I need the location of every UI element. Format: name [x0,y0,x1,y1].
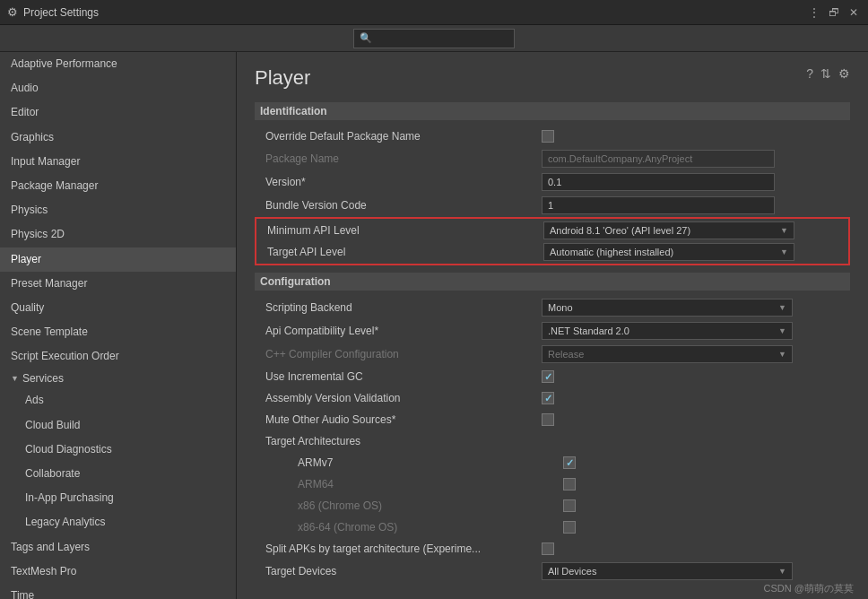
assembly-validation-checkbox[interactable]: ✓ [542,392,554,404]
row-x86-64: x86-64 (Chrome OS) [255,517,850,538]
row-bundle-version: Bundle Version Code [255,194,850,217]
target-devices-dropdown[interactable]: All Devices ▼ [542,562,793,580]
incremental-gc-checkbox[interactable]: ✓ [542,370,554,383]
mute-audio-label: Mute Other Audio Sources* [255,413,542,426]
incremental-gc-value: ✓ [542,370,850,383]
target-api-dropdown[interactable]: Automatic (highest installed) ▼ [543,243,794,261]
restore-btn[interactable]: 🗗 [827,5,841,20]
search-input[interactable] [376,30,508,47]
x86-label: x86 (Chrome OS) [276,499,563,512]
armv7-label: ARMv7 [276,456,563,469]
main-container: Adaptive Performance Audio Editor Graphi… [0,52,868,599]
api-compat-text: .NET Standard 2.0 [548,326,629,336]
sidebar-item-collaborate[interactable]: Collaborate [0,462,236,486]
split-apks-label: Split APKs by target architecture (Exper… [255,543,542,555]
sidebar-item-editor[interactable]: Editor [0,100,236,125]
row-override-package: Override Default Package Name [255,126,850,147]
row-assembly-validation: Assembly Version Validation ✓ [255,387,850,409]
assembly-validation-label: Assembly Version Validation [255,392,542,404]
x86-64-label: x86-64 (Chrome OS) [276,521,563,534]
assembly-validation-value: ✓ [542,392,850,404]
arm64-checkbox[interactable] [563,478,576,490]
incremental-gc-label: Use Incremental GC [255,370,542,383]
target-devices-text: All Devices [548,566,596,577]
sidebar-item-scene-template[interactable]: Scene Template [0,320,236,344]
cpp-compiler-dropdown[interactable]: Release ▼ [542,345,793,363]
cpp-compiler-value: Release ▼ [542,345,850,363]
armv7-checkbox[interactable]: ✓ [563,456,576,469]
sidebar-item-audio[interactable]: Audio [0,76,236,100]
page-title: Player [255,66,850,90]
scripting-backend-text: Mono [548,302,573,313]
sidebar-item-package-manager[interactable]: Package Manager [0,174,236,198]
close-btn[interactable]: ✕ [846,5,861,20]
scripting-backend-dropdown[interactable]: Mono ▼ [542,299,793,317]
search-icon: 🔍 [360,32,372,44]
sidebar-item-legacy-analytics[interactable]: Legacy Analytics [0,510,236,534]
version-value [542,173,850,191]
layout-icon[interactable]: ⇅ [820,66,831,81]
api-compat-arrow: ▼ [778,326,786,335]
search-box[interactable]: 🔍 [353,29,515,48]
sidebar-item-time[interactable]: Time [0,584,236,599]
identification-heading: Identification [255,102,850,120]
assembly-validation-checkmark: ✓ [544,393,552,404]
cpp-compiler-text: Release [548,349,584,360]
sidebar-item-tags-and-layers[interactable]: Tags and Layers [0,535,236,560]
menu-btn[interactable]: ⋮ [807,5,821,20]
sidebar-item-in-app-purchasing[interactable]: In-App Purchasing [0,486,236,510]
version-label: Version* [255,176,542,188]
sidebar-item-quality[interactable]: Quality [0,296,236,320]
sidebar-item-ads[interactable]: Ads [0,388,236,412]
row-split-apks: Split APKs by target architecture (Exper… [255,538,850,560]
help-icon[interactable]: ? [806,66,813,81]
services-label: Services [22,372,64,385]
title-bar-icon: ⚙ [7,5,18,19]
sidebar-item-physics[interactable]: Physics [0,198,236,222]
cpp-compiler-arrow: ▼ [778,350,786,359]
mute-audio-value [542,413,850,426]
target-arch-heading-label: Target Architectures [255,435,542,447]
min-api-dropdown[interactable]: Android 8.1 'Oreo' (API level 27) ▼ [543,221,794,239]
target-api-label: Target API Level [256,246,543,258]
sidebar-section-services[interactable]: ▼ Services [0,369,236,388]
cpp-compiler-label: C++ Compiler Configuration [255,348,542,360]
row-mute-audio: Mute Other Audio Sources* [255,409,850,430]
title-bar: ⚙ Project Settings ⋮ 🗗 ✕ [0,0,868,25]
sidebar-item-script-execution-order[interactable]: Script Execution Order [0,344,236,369]
sidebar-item-physics-2d[interactable]: Physics 2D [0,222,236,247]
sidebar: Adaptive Performance Audio Editor Graphi… [0,52,237,599]
row-target-api: Target API Level Automatic (highest inst… [256,241,848,263]
mute-audio-checkbox[interactable] [542,413,554,426]
target-api-value: Automatic (highest installed) ▼ [543,243,848,261]
bundle-version-value [542,196,850,214]
sidebar-item-cloud-diagnostics[interactable]: Cloud Diagnostics [0,438,236,462]
services-triangle-icon: ▼ [11,374,19,383]
x86-64-checkbox[interactable] [563,521,576,534]
sidebar-item-textmesh-pro[interactable]: TextMesh Pro [0,560,236,584]
sidebar-item-cloud-build[interactable]: Cloud Build [0,413,236,438]
content-area: ? ⇅ ⚙ Player Identification Override Def… [237,52,868,599]
sidebar-item-player[interactable]: Player [0,247,236,272]
bundle-version-input[interactable] [542,196,775,214]
row-min-api: Minimum API Level Android 8.1 'Oreo' (AP… [256,220,848,241]
min-api-dropdown-text: Android 8.1 'Oreo' (API level 27) [550,225,690,236]
scripting-backend-value: Mono ▼ [542,299,850,317]
target-devices-value: All Devices ▼ [542,562,850,580]
settings-icon[interactable]: ⚙ [838,66,850,81]
sidebar-item-adaptive-performance[interactable]: Adaptive Performance [0,52,236,76]
override-package-checkbox[interactable] [542,130,554,143]
version-input[interactable] [542,173,775,191]
api-compat-dropdown[interactable]: .NET Standard 2.0 ▼ [542,322,793,340]
split-apks-checkbox[interactable] [542,543,554,555]
package-name-input[interactable] [542,150,775,168]
min-api-label: Minimum API Level [256,224,543,237]
row-armv7: ARMv7 ✓ [255,452,850,473]
sidebar-item-input-manager[interactable]: Input Manager [0,150,236,174]
armv7-value: ✓ [563,456,850,469]
scripting-backend-arrow: ▼ [778,303,786,312]
sidebar-item-graphics[interactable]: Graphics [0,126,236,150]
sidebar-item-preset-manager[interactable]: Preset Manager [0,272,236,296]
x86-checkbox[interactable] [563,499,576,512]
configuration-heading: Configuration [255,273,850,291]
